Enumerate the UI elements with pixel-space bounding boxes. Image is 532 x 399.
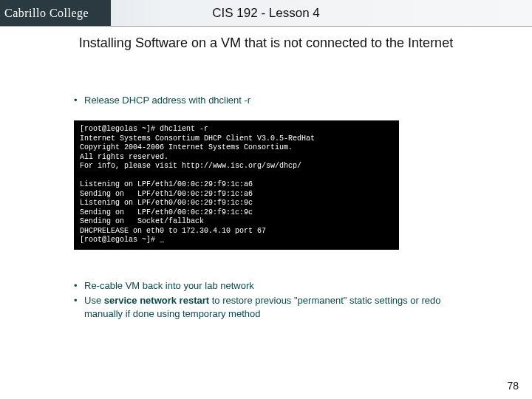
bullet-dot: • (74, 279, 84, 293)
bullet-dot: • (74, 94, 84, 107)
terminal-output: [root@legolas ~]# dhclient -r Internet S… (74, 120, 399, 250)
bullet-text: Release DHCP address with dhclient -r (84, 94, 458, 107)
bullet-dot: • (74, 294, 84, 321)
bullet-text: Re-cable VM back into your lab network (84, 279, 458, 293)
inline-command-bold: service network restart (104, 295, 209, 306)
slide-subtitle: Installing Software on a VM that is not … (0, 27, 532, 55)
logo-strip: Cabrillo College (0, 0, 111, 26)
college-logo-text: Cabrillo College (4, 7, 89, 20)
slide-header: Cabrillo College CIS 192 - Lesson 4 (0, 0, 532, 27)
bullet-pre: Release DHCP address with (84, 95, 208, 106)
lesson-title: CIS 192 - Lesson 4 (212, 6, 320, 21)
bullet-pre: Use (84, 295, 104, 306)
slide-content: • Release DHCP address with dhclient -r … (0, 55, 532, 321)
inline-command: dhclient -r (208, 95, 250, 106)
bullet-recable: • Re-cable VM back into your lab network (74, 279, 458, 293)
bullet-text: Use service network restart to restore p… (84, 294, 458, 321)
bullet-release-dhcp: • Release DHCP address with dhclient -r (74, 94, 458, 107)
page-number: 78 (507, 380, 519, 392)
bullet-service-restart: • Use service network restart to restore… (74, 294, 458, 321)
